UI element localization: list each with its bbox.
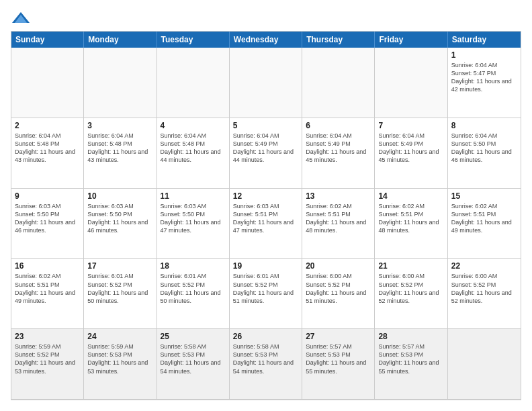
cell-info: Sunrise: 6:04 AMSunset: 5:48 PMDaylight:… [15, 132, 80, 165]
day-number: 21 [378, 261, 443, 271]
day-number: 22 [451, 261, 517, 271]
calendar-cell [375, 48, 447, 118]
calendar-cell: 10Sunrise: 6:03 AMSunset: 5:50 PMDayligh… [84, 189, 157, 259]
calendar-cell: 23Sunrise: 5:59 AMSunset: 5:52 PMDayligh… [11, 329, 84, 400]
day-number: 9 [15, 191, 80, 201]
day-number: 20 [306, 261, 371, 271]
calendar-cell: 9Sunrise: 6:03 AMSunset: 5:50 PMDaylight… [11, 189, 84, 259]
calendar-cell: 1Sunrise: 6:04 AMSunset: 5:47 PMDaylight… [448, 48, 521, 118]
calendar-cell: 28Sunrise: 5:57 AMSunset: 5:53 PMDayligh… [375, 329, 447, 400]
calendar-cell: 27Sunrise: 5:57 AMSunset: 5:53 PMDayligh… [302, 329, 375, 400]
day-number: 11 [161, 191, 226, 201]
cell-info: Sunrise: 6:03 AMSunset: 5:51 PMDaylight:… [233, 202, 298, 235]
calendar-cell: 2Sunrise: 6:04 AMSunset: 5:48 PMDaylight… [11, 118, 84, 189]
cell-info: Sunrise: 6:03 AMSunset: 5:50 PMDaylight:… [161, 202, 226, 235]
day-number: 28 [378, 332, 443, 341]
cell-info: Sunrise: 6:00 AMSunset: 5:52 PMDaylight:… [451, 272, 517, 305]
day-number: 6 [306, 121, 371, 130]
day-number: 1 [451, 50, 517, 60]
cell-info: Sunrise: 6:04 AMSunset: 5:50 PMDaylight:… [451, 132, 517, 165]
calendar-cell: 18Sunrise: 6:01 AMSunset: 5:52 PMDayligh… [157, 259, 230, 329]
day-number: 24 [87, 332, 152, 341]
cell-info: Sunrise: 5:58 AMSunset: 5:53 PMDaylight:… [161, 342, 226, 375]
cell-info: Sunrise: 6:01 AMSunset: 5:52 PMDaylight:… [161, 272, 226, 305]
cell-info: Sunrise: 5:57 AMSunset: 5:53 PMDaylight:… [306, 342, 371, 375]
calendar-cell: 13Sunrise: 6:02 AMSunset: 5:51 PMDayligh… [302, 189, 375, 259]
cell-info: Sunrise: 5:58 AMSunset: 5:53 PMDaylight:… [233, 342, 298, 375]
cell-info: Sunrise: 6:04 AMSunset: 5:48 PMDaylight:… [161, 132, 226, 165]
calendar-cell: 7Sunrise: 6:04 AMSunset: 5:49 PMDaylight… [375, 118, 447, 189]
calendar-cell: 26Sunrise: 5:58 AMSunset: 5:53 PMDayligh… [230, 329, 302, 400]
cell-info: Sunrise: 6:00 AMSunset: 5:52 PMDaylight:… [306, 272, 371, 305]
day-number: 4 [161, 121, 226, 130]
day-name-thursday: Thursday [302, 32, 375, 48]
day-number: 16 [15, 261, 80, 271]
calendar-cell: 16Sunrise: 6:02 AMSunset: 5:51 PMDayligh… [11, 259, 84, 329]
day-name-monday: Monday [84, 32, 157, 48]
calendar-cell: 21Sunrise: 6:00 AMSunset: 5:52 PMDayligh… [375, 259, 447, 329]
calendar-cell: 3Sunrise: 6:04 AMSunset: 5:48 PMDaylight… [84, 118, 157, 189]
calendar-body: 1Sunrise: 6:04 AMSunset: 5:47 PMDaylight… [11, 48, 521, 400]
calendar-cell: 19Sunrise: 6:01 AMSunset: 5:52 PMDayligh… [230, 259, 302, 329]
calendar-cell [157, 48, 230, 118]
day-number: 14 [378, 191, 443, 201]
day-number: 25 [161, 332, 226, 341]
day-number: 10 [87, 191, 152, 201]
cell-info: Sunrise: 6:02 AMSunset: 5:51 PMDaylight:… [15, 272, 80, 305]
calendar-cell: 8Sunrise: 6:04 AMSunset: 5:50 PMDaylight… [448, 118, 521, 189]
calendar-cell [230, 48, 302, 118]
cell-info: Sunrise: 6:04 AMSunset: 5:47 PMDaylight:… [451, 61, 517, 94]
day-number: 27 [306, 332, 371, 341]
calendar-cell [448, 329, 521, 400]
cell-info: Sunrise: 6:01 AMSunset: 5:52 PMDaylight:… [87, 272, 152, 305]
calendar-cell: 11Sunrise: 6:03 AMSunset: 5:50 PMDayligh… [157, 189, 230, 259]
day-name-saturday: Saturday [448, 32, 521, 48]
day-name-tuesday: Tuesday [157, 32, 230, 48]
page-header [11, 11, 521, 26]
calendar-cell: 24Sunrise: 5:59 AMSunset: 5:53 PMDayligh… [84, 329, 157, 400]
cell-info: Sunrise: 6:02 AMSunset: 5:51 PMDaylight:… [451, 202, 517, 235]
day-name-friday: Friday [375, 32, 447, 48]
calendar-cell: 5Sunrise: 6:04 AMSunset: 5:49 PMDaylight… [230, 118, 302, 189]
cell-info: Sunrise: 6:04 AMSunset: 5:48 PMDaylight:… [87, 132, 152, 165]
cell-info: Sunrise: 6:02 AMSunset: 5:51 PMDaylight:… [378, 202, 443, 235]
calendar-header: SundayMondayTuesdayWednesdayThursdayFrid… [11, 32, 521, 48]
day-name-sunday: Sunday [11, 32, 84, 48]
day-number: 5 [233, 121, 298, 130]
logo [11, 11, 34, 26]
cell-info: Sunrise: 6:04 AMSunset: 5:49 PMDaylight:… [306, 132, 371, 165]
calendar-cell: 6Sunrise: 6:04 AMSunset: 5:49 PMDaylight… [302, 118, 375, 189]
cell-info: Sunrise: 6:00 AMSunset: 5:52 PMDaylight:… [378, 272, 443, 305]
cell-info: Sunrise: 6:03 AMSunset: 5:50 PMDaylight:… [15, 202, 80, 235]
calendar-cell [84, 48, 157, 118]
day-number: 3 [87, 121, 152, 130]
day-number: 12 [233, 191, 298, 201]
calendar-cell [11, 48, 84, 118]
day-number: 2 [15, 121, 80, 130]
calendar-cell: 20Sunrise: 6:00 AMSunset: 5:52 PMDayligh… [302, 259, 375, 329]
day-number: 18 [161, 261, 226, 271]
calendar-cell [302, 48, 375, 118]
day-number: 17 [87, 261, 152, 271]
calendar-cell: 14Sunrise: 6:02 AMSunset: 5:51 PMDayligh… [375, 189, 447, 259]
cell-info: Sunrise: 5:59 AMSunset: 5:52 PMDaylight:… [15, 342, 80, 375]
calendar-cell: 25Sunrise: 5:58 AMSunset: 5:53 PMDayligh… [157, 329, 230, 400]
cell-info: Sunrise: 5:59 AMSunset: 5:53 PMDaylight:… [87, 342, 152, 375]
cell-info: Sunrise: 6:01 AMSunset: 5:52 PMDaylight:… [233, 272, 298, 305]
cell-info: Sunrise: 6:03 AMSunset: 5:50 PMDaylight:… [87, 202, 152, 235]
logo-icon [11, 11, 31, 26]
day-number: 23 [15, 332, 80, 341]
day-number: 26 [233, 332, 298, 341]
day-name-wednesday: Wednesday [230, 32, 302, 48]
calendar-cell: 17Sunrise: 6:01 AMSunset: 5:52 PMDayligh… [84, 259, 157, 329]
day-number: 13 [306, 191, 371, 201]
cell-info: Sunrise: 6:04 AMSunset: 5:49 PMDaylight:… [378, 132, 443, 165]
day-number: 19 [233, 261, 298, 271]
day-number: 8 [451, 121, 517, 130]
day-number: 7 [378, 121, 443, 130]
day-number: 15 [451, 191, 517, 201]
calendar-cell: 15Sunrise: 6:02 AMSunset: 5:51 PMDayligh… [448, 189, 521, 259]
cell-info: Sunrise: 5:57 AMSunset: 5:53 PMDaylight:… [378, 342, 443, 375]
cell-info: Sunrise: 6:04 AMSunset: 5:49 PMDaylight:… [233, 132, 298, 165]
calendar-cell: 12Sunrise: 6:03 AMSunset: 5:51 PMDayligh… [230, 189, 302, 259]
